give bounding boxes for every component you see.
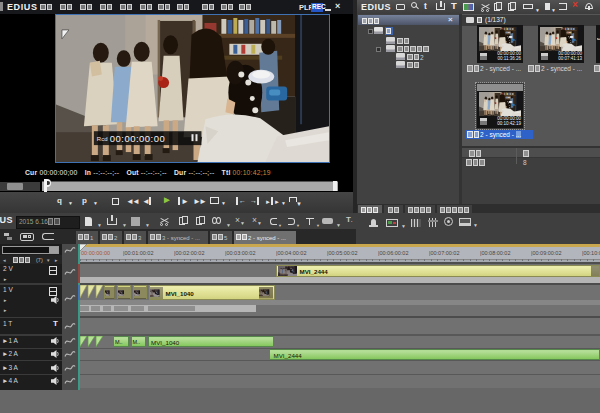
svg-text:00:00:00:00: 00:00:00:00 (110, 133, 165, 144)
svg-text:Rcd: Rcd (97, 136, 108, 142)
